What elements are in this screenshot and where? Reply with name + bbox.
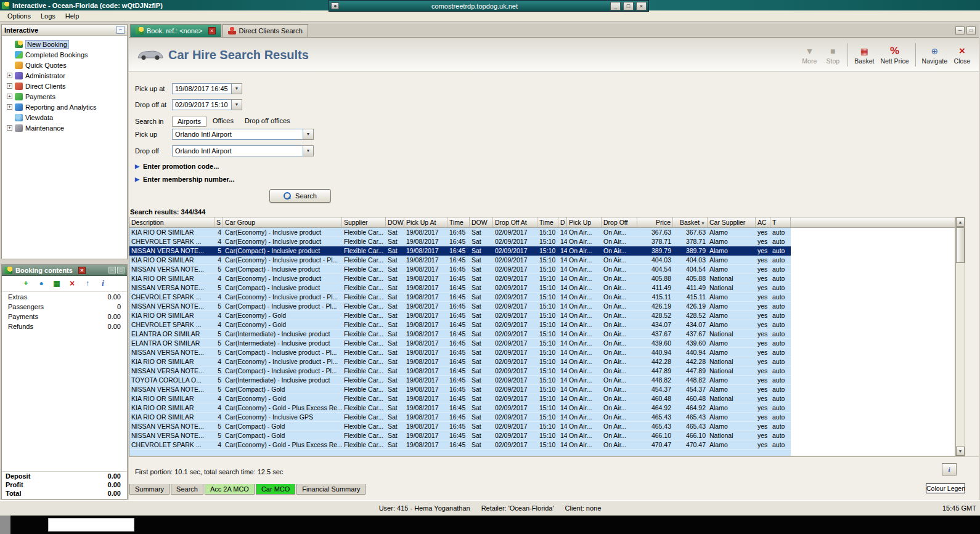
column-header-price-13[interactable]: Price <box>637 217 673 227</box>
footer-tab-car-mco[interactable]: Car MCO <box>256 484 295 495</box>
stop-button[interactable]: ■Stop <box>821 45 844 65</box>
membership-number-expander[interactable]: ▶ Enter membership number... <box>135 176 234 183</box>
column-header-drop-off-at-8[interactable]: Drop Off At <box>493 217 537 227</box>
result-row[interactable]: KIA RIO OR SIMILAR4Car(Economy) - Inclus… <box>129 274 791 283</box>
sidebar-item-completed-bookings[interactable]: +Completed Bookings <box>2 49 127 60</box>
column-header-basket-14[interactable]: Basket▼ <box>673 217 708 227</box>
drop-off-select[interactable]: Orlando Intl Airport <box>172 145 303 156</box>
panel-restore-icon[interactable]: □ <box>117 267 125 273</box>
vertical-scrollbar[interactable]: ▲ ▼ <box>955 217 965 456</box>
footer-tab-summary[interactable]: Summary <box>129 484 169 495</box>
result-row[interactable]: NISSAN VERSA NOTE...5Car(Compact) - Incl… <box>129 366 791 376</box>
pin-icon[interactable] <box>331 2 339 9</box>
menu-options[interactable]: Options <box>2 11 36 21</box>
info-icon[interactable]: i <box>942 463 957 475</box>
window-minimize-icon[interactable]: ─ <box>955 26 965 34</box>
scrollbar-thumb[interactable] <box>956 227 965 263</box>
column-header-car-group-2[interactable]: Car Group <box>223 217 342 227</box>
result-row[interactable]: KIA RIO OR SIMILAR4Car(Economy) - Gold -… <box>129 403 791 413</box>
drop-off-at-input[interactable]: 02/09/2017 15:10 <box>172 99 232 110</box>
column-header-supplier-3[interactable]: Supplier <box>342 217 386 227</box>
footer-tab-search[interactable]: Search <box>171 484 203 495</box>
expand-icon[interactable]: + <box>7 83 12 89</box>
result-row-partial[interactable] <box>129 450 791 456</box>
result-row[interactable]: TOYOTA COROLLA O...5Car(Intermediate) - … <box>129 376 791 385</box>
tab-direct-clients-search[interactable]: Direct Clients Search <box>223 24 308 37</box>
basket-button[interactable]: ▦Basket <box>851 45 877 65</box>
search-button[interactable]: Search <box>269 189 331 203</box>
more-button[interactable]: ▼More <box>798 45 821 65</box>
close-button[interactable]: ×Close <box>950 45 974 65</box>
basket-add-icon[interactable]: ▦ <box>52 279 62 289</box>
sidebar-item-direct-clients[interactable]: +Direct Clients <box>2 81 127 91</box>
result-row[interactable]: ELANTRA OR SIMILAR5Car(Intermediate) - I… <box>129 339 791 348</box>
info-icon[interactable]: i <box>98 279 108 289</box>
search-in-offices[interactable]: Offices <box>208 116 239 127</box>
scroll-down-icon[interactable]: ▼ <box>956 447 965 456</box>
sidebar-item-new-booking[interactable]: +New Booking <box>2 39 127 49</box>
sidebar-item-payments[interactable]: +Payments <box>2 91 127 102</box>
footer-tab-acc-2a-mco[interactable]: Acc 2A MCO <box>205 484 255 495</box>
result-row[interactable]: NISSAN VERSA NOTE...5Car(Compact) - Gold… <box>129 422 791 431</box>
expand-icon[interactable]: + <box>7 94 12 99</box>
nett-price-button[interactable]: %Nett Price <box>877 45 912 65</box>
expand-icon[interactable]: + <box>7 104 12 110</box>
window-restore-icon[interactable]: □ <box>966 26 976 34</box>
column-header-time-6[interactable]: Time <box>447 217 470 227</box>
chevron-down-icon[interactable]: ▼ <box>303 145 314 156</box>
rdp-restore-button[interactable]: □ <box>623 2 634 10</box>
result-row[interactable]: CHEVROLET SPARK ...4Car(Economy) - GoldF… <box>129 320 791 330</box>
chevron-down-icon[interactable]: ▼ <box>232 99 242 110</box>
collapse-panel-icon[interactable]: − <box>116 26 125 34</box>
result-row[interactable]: KIA RIO OR SIMILAR4Car(Economy) - Inclus… <box>129 228 791 237</box>
chevron-down-icon[interactable]: ▼ <box>303 129 314 140</box>
promotion-code-expander[interactable]: ▶ Enter promotion code... <box>135 163 219 170</box>
result-row[interactable]: NISSAN VERSA NOTE...5Car(Compact) - Incl… <box>129 265 791 274</box>
sidebar-item-quick-quotes[interactable]: +Quick Quotes <box>2 60 127 70</box>
close-booking-panel-icon[interactable]: × <box>78 267 86 274</box>
result-row[interactable]: KIA RIO OR SIMILAR4Car(Economy) - Inclus… <box>129 256 791 265</box>
tab-book-ref-none[interactable]: Book. ref.: <none>× <box>130 24 221 37</box>
rdp-close-button[interactable]: × <box>636 2 647 10</box>
panel-minimize-icon[interactable]: ─ <box>108 267 116 273</box>
rdp-minimize-button[interactable]: _ <box>610 2 621 10</box>
sidebar-item-viewdata[interactable]: +Viewdata <box>2 112 127 123</box>
result-row[interactable]: NISSAN VERSA NOTE...5Car(Compact) - Incl… <box>129 283 791 293</box>
result-row[interactable]: KIA RIO OR SIMILAR4Car(Economy) - GoldFl… <box>129 394 791 403</box>
sidebar-item-administrator[interactable]: +Administrator <box>2 70 127 81</box>
result-row[interactable]: NISSAN VERSA NOTE...5Car(Compact) - Incl… <box>129 246 791 256</box>
column-header-drop-off-12[interactable]: Drop Off <box>602 217 637 227</box>
column-header-car-supplier-15[interactable]: Car Supplier <box>708 217 756 227</box>
taskbar-search-box[interactable] <box>48 518 134 532</box>
up-icon[interactable]: ↑ <box>83 279 92 289</box>
result-row[interactable]: CHEVROLET SPARK ...4Car(Economy) - Gold … <box>129 440 791 450</box>
menu-help[interactable]: Help <box>60 11 84 21</box>
close-tab-icon[interactable]: × <box>208 27 216 34</box>
result-row[interactable]: CHEVROLET SPARK ...4Car(Economy) - Inclu… <box>129 293 791 302</box>
result-row[interactable]: KIA RIO OR SIMILAR4Car(Economy) - Inclus… <box>129 413 791 422</box>
column-header-s-1[interactable]: S <box>214 217 223 227</box>
result-row[interactable]: NISSAN VERSA NOTE...5Car(Compact) - Gold… <box>129 431 791 440</box>
navigate-button[interactable]: ⊕Navigate <box>919 45 950 65</box>
result-row[interactable]: NISSAN VERSA NOTE...5Car(Compact) - Incl… <box>129 302 791 311</box>
expand-icon[interactable]: + <box>7 125 12 131</box>
result-row[interactable]: KIA RIO OR SIMILAR4Car(Economy) - GoldFl… <box>129 311 791 320</box>
world-icon[interactable]: ● <box>36 279 46 289</box>
column-header-d-10[interactable]: D <box>558 217 567 227</box>
add-icon[interactable]: + <box>21 279 31 289</box>
column-header-time-9[interactable]: Time <box>537 217 558 227</box>
result-row[interactable]: KIA RIO OR SIMILAR4Car(Economy) - Inclus… <box>129 357 791 366</box>
column-header-pick-up-at-5[interactable]: Pick Up At <box>404 217 447 227</box>
column-header-description-0[interactable]: Description <box>129 217 214 227</box>
column-header-pick-up-11[interactable]: Pick Up <box>567 217 602 227</box>
result-row[interactable]: NISSAN VERSA NOTE...5Car(Compact) - Gold… <box>129 385 791 394</box>
pick-up-at-input[interactable]: 19/08/2017 16:45 <box>172 83 232 94</box>
search-in-airports[interactable]: Airports <box>172 116 206 127</box>
scroll-up-icon[interactable]: ▲ <box>956 217 965 227</box>
column-header-ac-16[interactable]: AC <box>756 217 770 227</box>
delete-icon[interactable]: × <box>67 279 77 289</box>
sidebar-item-maintenance[interactable]: +Maintenance <box>2 123 127 133</box>
column-header-t-17[interactable]: T <box>770 217 791 227</box>
pick-up-select[interactable]: Orlando Intl Airport <box>172 129 303 140</box>
colour-legend-button[interactable]: Colour Legend <box>926 483 965 493</box>
